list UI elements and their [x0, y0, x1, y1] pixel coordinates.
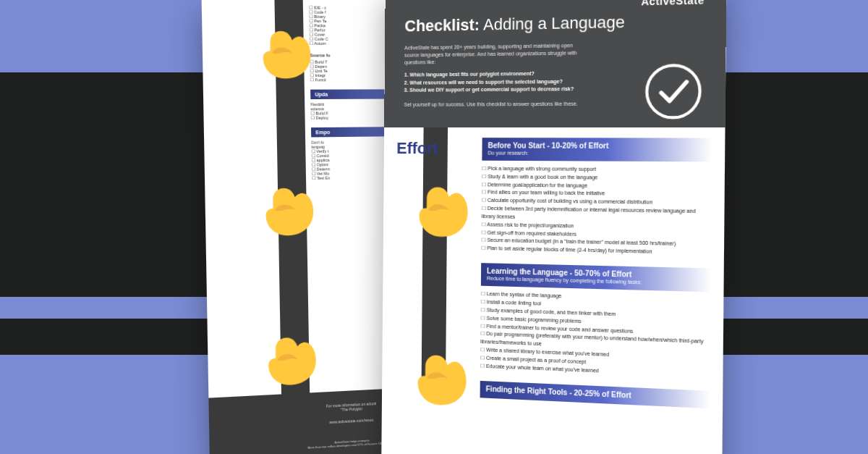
body: Effort Before You Start - 10-20% of Effo…	[382, 127, 725, 409]
question: 3. Should we DIY support or get commerci…	[404, 85, 608, 95]
section-finding-tools: Finding the Right Tools - 20-25% of Effo…	[480, 380, 710, 408]
page-title: Checklist: Adding a Language	[404, 11, 704, 35]
checklist: Pick a language with strong community su…	[481, 165, 712, 258]
section-learning-language: Learning the Language - 50-70% of Effort…	[480, 263, 712, 379]
left-column: Effort	[382, 127, 482, 398]
brand-logo: ActiveState	[405, 0, 705, 12]
title-prefix: Checklist:	[404, 15, 480, 35]
flex-arm-icon	[250, 177, 318, 244]
closing-text: Set yourself up for success. Use this ch…	[404, 101, 608, 106]
checkmark-circle-icon	[643, 62, 704, 122]
flex-arm-icon	[253, 325, 320, 394]
section-band: Finding the Right Tools - 20-25% of Effo…	[480, 380, 710, 408]
section-title: Before You Start - 10-20% of Effort	[488, 141, 609, 150]
checklist: Learn the syntax of the language Install…	[480, 290, 711, 380]
questions: 1. Which language best fits our polyglot…	[404, 70, 609, 95]
section-subtitle: Do your research:	[488, 150, 706, 156]
title-main: Adding a Language	[483, 12, 625, 33]
intro-text: ActiveState has spent 20+ years building…	[404, 42, 579, 66]
section-band: Learning the Language - 50-70% of Effort…	[481, 263, 712, 292]
flex-arm-icon	[247, 20, 315, 85]
section-before-you-start: Before You Start - 10-20% of Effort Do y…	[481, 138, 712, 258]
section-title: Finding the Right Tools - 20-25% of Effo…	[486, 384, 631, 399]
right-column: Before You Start - 10-20% of Effort Do y…	[480, 127, 726, 409]
flex-arm-icon	[403, 342, 470, 414]
section-band: Before You Start - 10-20% of Effort Do y…	[482, 138, 712, 161]
flex-arm-icon	[404, 175, 472, 245]
effort-label: Effort	[384, 127, 482, 159]
document-stage: IDE - c Code f Binary Pen Te Packa Perfo…	[72, 0, 796, 454]
header: ActiveState Checklist: Adding a Language…	[384, 0, 726, 127]
front-page: ActiveState Checklist: Adding a Language…	[381, 0, 726, 454]
